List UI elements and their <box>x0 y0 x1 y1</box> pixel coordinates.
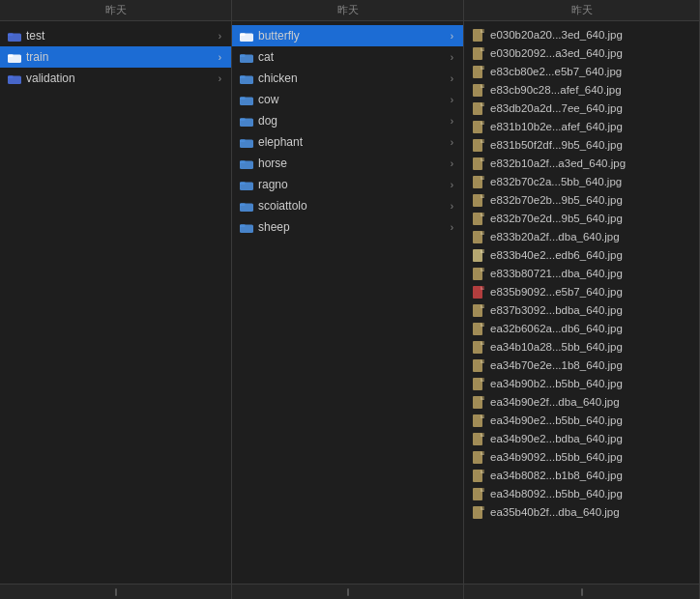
folder-label-butterfly: butterfly <box>258 29 447 43</box>
column-2-header-label: 昨天 <box>337 3 359 17</box>
file-item-f20[interactable]: ea34b90b2...b5bb_640.jpg <box>464 374 699 392</box>
folder-icon-train <box>8 52 21 63</box>
chevron-icon-scoiattolo: › <box>451 201 453 212</box>
file-icon-f8 <box>472 157 485 169</box>
column-3-header-label: 昨天 <box>571 3 593 17</box>
file-item-f16[interactable]: e837b3092...bdba_640.jpg <box>464 300 699 319</box>
folder-item-sheep[interactable]: sheep› <box>232 216 463 238</box>
folder-icon-chicken <box>240 73 253 84</box>
file-icon-f4 <box>472 84 485 96</box>
file-item-f14[interactable]: e833b80721...dba_640.jpg <box>464 264 699 282</box>
file-item-f21[interactable]: ea34b90e2f...dba_640.jpg <box>464 392 699 411</box>
file-item-f26[interactable]: ea34b8092...b5bb_640.jpg <box>464 484 699 502</box>
folder-label-sheep: sheep <box>258 220 447 234</box>
file-item-f2[interactable]: e030b2092...a3ed_640.jpg <box>464 43 699 62</box>
folder-item-elephant[interactable]: elephant› <box>232 131 463 153</box>
chevron-icon-ragno: › <box>451 180 453 190</box>
file-label-f10: e832b70e2b...9b5_640.jpg <box>490 194 689 206</box>
file-icon-f14 <box>472 268 485 279</box>
file-label-f5: e83db20a2d...7ee_640.jpg <box>490 102 689 114</box>
file-label-f17: ea32b6062a...db6_640.jpg <box>490 323 689 334</box>
file-item-f27[interactable]: ea35b40b2f...dba_640.jpg <box>464 502 699 521</box>
file-icon-f25 <box>472 470 485 481</box>
file-item-f24[interactable]: ea34b9092...b5bb_640.jpg <box>464 447 699 466</box>
file-item-f17[interactable]: ea32b6062a...db6_640.jpg <box>464 319 699 337</box>
file-item-f10[interactable]: e832b70e2b...9b5_640.jpg <box>464 190 699 209</box>
chevron-icon-chicken: › <box>451 73 453 84</box>
chevron-icon-sheep: › <box>451 222 453 233</box>
file-item-f18[interactable]: ea34b10a28...5bb_640.jpg <box>464 337 699 356</box>
file-label-f7: e831b50f2df...9b5_640.jpg <box>490 139 689 151</box>
column-1-body[interactable]: test› train› validation› <box>0 21 231 584</box>
folder-label-train: train <box>26 50 215 64</box>
folder-label-chicken: chicken <box>258 71 447 85</box>
folder-item-cow[interactable]: cow› <box>232 89 463 110</box>
file-icon-f5 <box>472 102 485 114</box>
file-icon-f27 <box>472 506 485 518</box>
file-label-f11: e832b70e2d...9b5_640.jpg <box>490 213 689 224</box>
folder-item-chicken[interactable]: chicken› <box>232 68 463 89</box>
folder-item-train[interactable]: train› <box>0 46 231 68</box>
folder-label-scoiattolo: scoiattolo <box>258 199 447 213</box>
file-label-f4: e83cb90c28...afef_640.jpg <box>490 84 689 96</box>
file-icon-f9 <box>472 176 485 187</box>
file-item-f1[interactable]: e030b20a20...3ed_640.jpg <box>464 25 699 43</box>
column-3-body[interactable]: e030b20a20...3ed_640.jpg e030b2092...a3e… <box>464 21 699 584</box>
file-label-f23: ea34b90e2...bdba_640.jpg <box>490 433 689 444</box>
file-item-f4[interactable]: e83cb90c28...afef_640.jpg <box>464 80 699 99</box>
file-label-f19: ea34b70e2e...1b8_640.jpg <box>490 359 689 371</box>
file-label-f14: e833b80721...dba_640.jpg <box>490 268 689 279</box>
chevron-icon-horse: › <box>451 158 453 169</box>
column-1-header-label: 昨天 <box>105 3 127 17</box>
file-label-f27: ea35b40b2f...dba_640.jpg <box>490 506 689 518</box>
file-icon-f13 <box>472 249 485 261</box>
column-3-header: 昨天 <box>464 0 699 21</box>
file-item-f11[interactable]: e832b70e2d...9b5_640.jpg <box>464 209 699 227</box>
file-item-f19[interactable]: ea34b70e2e...1b8_640.jpg <box>464 356 699 374</box>
chevron-icon-cat: › <box>451 52 453 63</box>
chevron-icon-dog: › <box>451 116 453 127</box>
file-item-f8[interactable]: e832b10a2f...a3ed_640.jpg <box>464 154 699 172</box>
file-label-f22: ea34b90e2...b5bb_640.jpg <box>490 414 689 426</box>
file-icon-f2 <box>472 47 485 59</box>
file-item-f6[interactable]: e831b10b2e...afef_640.jpg <box>464 117 699 135</box>
file-item-f3[interactable]: e83cb80e2...e5b7_640.jpg <box>464 62 699 80</box>
file-item-f22[interactable]: ea34b90e2...b5bb_640.jpg <box>464 411 699 429</box>
file-item-f12[interactable]: e833b20a2f...dba_640.jpg <box>464 227 699 245</box>
file-icon-f22 <box>472 414 485 426</box>
folder-icon-validation <box>8 73 21 84</box>
column-1: 昨天 test› train› validation› <box>0 0 232 599</box>
file-label-f2: e030b2092...a3ed_640.jpg <box>490 47 689 59</box>
chevron-icon-train: › <box>219 52 221 63</box>
file-icon-f24 <box>472 451 485 463</box>
folder-item-validation[interactable]: validation› <box>0 68 231 89</box>
folder-icon-scoiattolo <box>240 201 253 212</box>
folder-item-horse[interactable]: horse› <box>232 153 463 174</box>
folder-item-test[interactable]: test› <box>0 25 231 46</box>
file-label-f1: e030b20a20...3ed_640.jpg <box>490 29 689 41</box>
folder-icon-test <box>8 31 21 42</box>
file-item-f7[interactable]: e831b50f2df...9b5_640.jpg <box>464 135 699 154</box>
file-item-f15[interactable]: e835b9092...e5b7_640.jpg <box>464 282 699 300</box>
file-label-f21: ea34b90e2f...dba_640.jpg <box>490 396 689 408</box>
file-item-f5[interactable]: e83db20a2d...7ee_640.jpg <box>464 99 699 117</box>
column-2-header: 昨天 <box>232 0 463 21</box>
folder-item-scoiattolo[interactable]: scoiattolo› <box>232 195 463 216</box>
file-item-f9[interactable]: e832b70c2a...5bb_640.jpg <box>464 172 699 190</box>
file-icon-f12 <box>472 231 485 242</box>
file-item-f23[interactable]: ea34b90e2...bdba_640.jpg <box>464 429 699 447</box>
folder-icon-butterfly <box>240 31 253 42</box>
folder-item-ragno[interactable]: ragno› <box>232 174 463 195</box>
column-2-body[interactable]: butterfly› cat› chicken› cow› dog› eleph… <box>232 21 463 584</box>
folder-item-butterfly[interactable]: butterfly› <box>232 25 463 46</box>
folder-icon-horse <box>240 158 253 169</box>
column-2: 昨天 butterfly› cat› chicken› cow› dog› <box>232 0 464 599</box>
file-item-f25[interactable]: ea34b8082...b1b8_640.jpg <box>464 466 699 484</box>
file-icon-f18 <box>472 341 485 353</box>
folder-icon-elephant <box>240 137 253 148</box>
folder-item-dog[interactable]: dog› <box>232 110 463 131</box>
column-3-footer <box>464 584 699 599</box>
file-item-f13[interactable]: e833b40e2...edb6_640.jpg <box>464 245 699 264</box>
scroll-indicator <box>115 588 117 596</box>
folder-item-cat[interactable]: cat› <box>232 46 463 68</box>
